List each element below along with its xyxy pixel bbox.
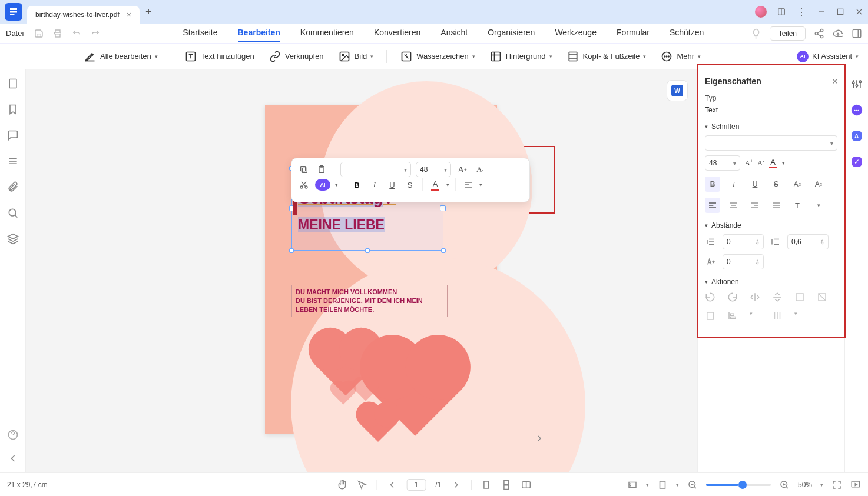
replace-icon[interactable]: [817, 292, 830, 305]
zoom-in-icon[interactable]: [779, 480, 790, 490]
minimize-icon[interactable]: [817, 8, 826, 16]
background-button[interactable]: Hintergrund ▾: [485, 48, 557, 65]
collapse-left-icon[interactable]: [7, 452, 19, 464]
kebab-menu-icon[interactable]: ⋮: [796, 5, 807, 18]
presentation-icon[interactable]: [850, 480, 861, 490]
font-size-field[interactable]: 48▾: [705, 155, 740, 171]
font-size-select[interactable]: 48▾: [416, 162, 451, 177]
copy-icon[interactable]: [297, 163, 310, 176]
rotate-right-icon[interactable]: [727, 292, 740, 305]
char-spacing-field[interactable]: 0⇳: [723, 254, 764, 269]
prev-page-icon[interactable]: [387, 480, 397, 490]
distribute-icon[interactable]: [772, 311, 785, 324]
subscript-toggle[interactable]: A2: [811, 177, 826, 192]
page-number-input[interactable]: 1: [407, 479, 426, 491]
font-family-field[interactable]: ▾: [705, 135, 837, 151]
single-page-icon[interactable]: [481, 480, 491, 490]
save-icon[interactable]: [33, 28, 45, 39]
zoom-slider[interactable]: [706, 484, 771, 486]
text-direction-button[interactable]: T: [790, 198, 805, 213]
rotate-left-icon[interactable]: [705, 292, 718, 305]
tab-organisieren[interactable]: Organisieren: [488, 24, 535, 42]
subtitle-text[interactable]: MEINE LIEBE: [292, 210, 443, 233]
crop-icon[interactable]: [794, 292, 807, 305]
attachment-icon[interactable]: [7, 181, 19, 193]
continuous-page-icon[interactable]: [501, 480, 511, 490]
superscript-toggle[interactable]: A2: [790, 177, 805, 192]
bookmark-icon[interactable]: [7, 104, 19, 115]
ai-chip-icon[interactable]: AI: [315, 179, 330, 191]
tab-formular[interactable]: Formular: [617, 24, 650, 42]
decrease-font-icon[interactable]: A-: [757, 158, 764, 168]
tab-startseite[interactable]: Startseite: [183, 24, 217, 42]
align-right-button[interactable]: [747, 198, 763, 213]
decrease-font-icon[interactable]: A-: [473, 163, 486, 176]
tab-schuetzen[interactable]: Schützen: [670, 24, 704, 42]
header-footer-button[interactable]: Kopf- & Fußzeile ▾: [562, 48, 651, 65]
canvas[interactable]: Alles Gute zum Geburtstag↲ MEINE LIEBE D…: [26, 69, 697, 472]
document-tab[interactable]: birthday-wishes-to-liver.pdf ×: [27, 6, 140, 24]
panel-icon[interactable]: [777, 8, 786, 16]
convert-to-word-button[interactable]: W: [667, 80, 688, 101]
new-tab-button[interactable]: +: [145, 6, 152, 18]
edit-all-button[interactable]: Alle bearbeiten ▾: [79, 48, 163, 65]
ai-translate-icon[interactable]: A: [849, 128, 864, 144]
spacing-before-field[interactable]: 0⇳: [723, 234, 764, 249]
share-nodes-icon[interactable]: [814, 28, 824, 39]
underline-button[interactable]: U: [386, 178, 399, 191]
flip-horizontal-icon[interactable]: [750, 292, 763, 305]
font-family-select[interactable]: ▾: [340, 162, 411, 177]
lightbulb-icon[interactable]: [751, 28, 761, 39]
align-button[interactable]: [462, 178, 475, 191]
more-button[interactable]: Mehr ▾: [655, 48, 705, 65]
watermark-button[interactable]: Wasserzeichen ▾: [395, 48, 479, 65]
maximize-icon[interactable]: [836, 8, 844, 16]
increase-font-icon[interactable]: A+: [745, 158, 753, 168]
tab-bearbeiten[interactable]: Bearbeiten: [238, 24, 280, 42]
thumbnails-icon[interactable]: [7, 78, 19, 89]
search-icon[interactable]: [7, 207, 19, 219]
tab-ansicht[interactable]: Ansicht: [440, 24, 468, 42]
fit-page-icon[interactable]: [657, 480, 668, 490]
font-color-button[interactable]: A: [429, 178, 442, 191]
fullscreen-icon[interactable]: [831, 480, 842, 490]
cut-icon[interactable]: [297, 178, 310, 191]
align-justify-button[interactable]: [768, 198, 784, 213]
strikethrough-button[interactable]: S: [403, 178, 416, 191]
print-icon[interactable]: [52, 28, 64, 39]
select-tool-icon[interactable]: [357, 480, 367, 490]
pdf-page[interactable]: Alles Gute zum Geburtstag↲ MEINE LIEBE D…: [265, 105, 497, 434]
cloud-upload-icon[interactable]: [833, 28, 843, 39]
zoom-value[interactable]: 50%: [798, 481, 812, 489]
bold-toggle[interactable]: B: [705, 177, 720, 192]
link-button[interactable]: Verknüpfen: [264, 48, 329, 65]
help-icon[interactable]: [7, 429, 19, 441]
close-tab-icon[interactable]: ×: [127, 10, 131, 19]
italic-button[interactable]: I: [368, 178, 381, 191]
ai-chat-icon[interactable]: •••: [849, 102, 864, 118]
paste-icon[interactable]: [315, 163, 328, 176]
underline-toggle[interactable]: U: [747, 177, 763, 192]
ai-assistant-button[interactable]: AI KI Assistent ▾: [797, 51, 859, 62]
list-icon[interactable]: [7, 155, 19, 167]
add-text-button[interactable]: Text hinzufügen: [180, 48, 259, 65]
layers-icon[interactable]: [7, 233, 19, 245]
redo-icon[interactable]: [90, 28, 101, 39]
user-avatar[interactable]: [755, 6, 767, 18]
image-button[interactable]: Bild ▾: [333, 48, 379, 65]
extract-icon[interactable]: [705, 311, 718, 324]
fit-width-icon[interactable]: [627, 480, 638, 490]
hand-tool-icon[interactable]: [337, 480, 347, 490]
comment-icon[interactable]: [7, 129, 19, 141]
close-panel-icon[interactable]: ×: [833, 76, 837, 86]
read-mode-icon[interactable]: [521, 480, 531, 490]
share-button[interactable]: Teilen: [770, 26, 806, 41]
window-close-icon[interactable]: [855, 8, 863, 16]
sliders-icon[interactable]: [849, 76, 864, 92]
increase-font-icon[interactable]: A+: [456, 163, 469, 176]
flip-vertical-icon[interactable]: [772, 292, 785, 305]
tab-kommentieren[interactable]: Kommentieren: [300, 24, 354, 42]
italic-toggle[interactable]: I: [726, 177, 741, 192]
strikethrough-toggle[interactable]: S: [768, 177, 784, 192]
bold-button[interactable]: B: [350, 178, 363, 191]
